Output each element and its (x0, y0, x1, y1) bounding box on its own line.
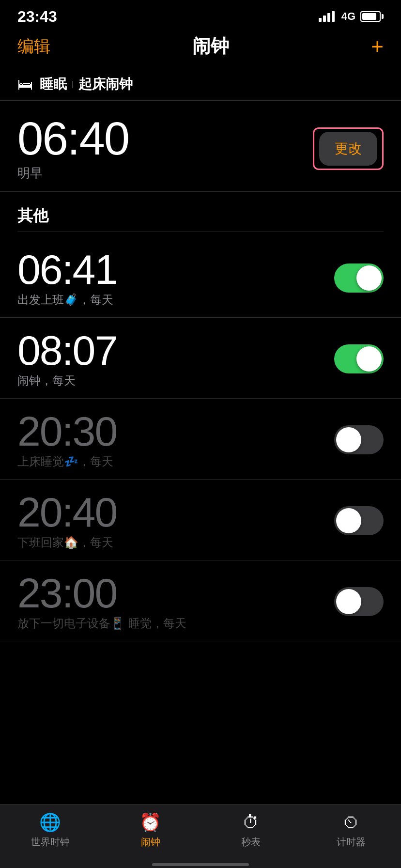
alarm-toggle[interactable] (334, 425, 384, 454)
tab-bar: 🌐 世界时钟 ⏰ 闹钟 ⏱ 秒表 ⏲ 计时器 (0, 804, 401, 863)
alarm-info: 08:07 闹钟，每天 (17, 329, 117, 388)
alarm-time: 20:30 (17, 410, 117, 452)
alarm-info: 23:00 放下一切电子设备📱 睡觉，每天 (17, 572, 186, 631)
alarm-toggle[interactable] (334, 506, 384, 535)
wakeup-label: 起床闹钟 (78, 75, 133, 93)
alarm-desc: 下班回家🏠，每天 (17, 535, 117, 550)
sleep-section-header: 🛏 睡眠 | 起床闹钟 (0, 66, 401, 101)
world-clock-icon: 🌐 (39, 812, 61, 833)
timer-label: 计时器 (337, 836, 366, 849)
alarm-row[interactable]: 23:00 放下一切电子设备📱 睡觉，每天 (0, 560, 401, 641)
signal-icon (319, 11, 335, 22)
sleep-alarm-time: 06:40 (17, 115, 129, 162)
stopwatch-label: 秒表 (241, 836, 261, 849)
alarm-desc: 放下一切电子设备📱 睡觉，每天 (17, 616, 186, 631)
tab-timer[interactable]: ⏲ 计时器 (322, 812, 380, 849)
status-bar: 23:43 4G (0, 0, 401, 29)
change-btn-highlight: 更改 (313, 127, 384, 170)
sleep-label: 睡眠 (40, 75, 67, 93)
alarm-toggle[interactable] (334, 344, 384, 373)
world-clock-label: 世界时钟 (31, 836, 70, 849)
alarm-row[interactable]: 08:07 闹钟，每天 (0, 318, 401, 399)
signal-4g-label: 4G (341, 10, 355, 23)
toggle-thumb (336, 508, 361, 533)
bed-icon: 🛏 (17, 76, 33, 93)
alarm-info: 20:30 上床睡觉💤，每天 (17, 410, 117, 469)
toggle-thumb (356, 265, 382, 291)
page-title: 闹钟 (192, 34, 229, 59)
home-bar (152, 863, 249, 866)
section-divider-line (17, 232, 384, 232)
alarm-icon: ⏰ (139, 812, 161, 833)
battery-icon (360, 11, 384, 22)
alarm-desc: 出发上班🧳，每天 (17, 292, 117, 308)
divider: | (72, 80, 74, 89)
toggle-thumb (336, 427, 361, 452)
edit-button[interactable]: 编辑 (17, 35, 50, 58)
alarm-desc: 上床睡觉💤，每天 (17, 454, 117, 469)
stopwatch-icon: ⏱ (242, 812, 260, 833)
alarm-tab-label: 闹钟 (141, 836, 160, 849)
timer-icon: ⏲ (342, 812, 360, 833)
tab-alarm[interactable]: ⏰ 闹钟 (122, 812, 180, 849)
alarm-info: 20:40 下班回家🏠，每天 (17, 491, 117, 550)
alarm-time: 06:41 (17, 248, 117, 290)
alarm-toggle[interactable] (334, 264, 384, 293)
toggle-thumb (356, 346, 382, 372)
alarm-desc: 闹钟，每天 (17, 373, 117, 388)
alarm-list: 06:41 出发上班🧳，每天 08:07 闹钟，每天 20:30 上床睡觉💤，每… (0, 237, 401, 641)
alarm-time: 20:40 (17, 491, 117, 533)
alarm-time: 08:07 (17, 329, 117, 371)
tab-stopwatch[interactable]: ⏱ 秒表 (222, 812, 280, 849)
nav-bar: 编辑 闹钟 + (0, 29, 401, 66)
change-button[interactable]: 更改 (319, 132, 377, 166)
alarm-info: 06:41 出发上班🧳，每天 (17, 248, 117, 308)
alarm-time: 23:00 (17, 572, 186, 614)
status-time: 23:43 (17, 8, 57, 26)
alarm-row[interactable]: 20:30 上床睡觉💤，每天 (0, 399, 401, 480)
alarm-row[interactable]: 20:40 下班回家🏠，每天 (0, 480, 401, 560)
alarm-row[interactable]: 06:41 出发上班🧳，每天 (0, 237, 401, 318)
status-icons: 4G (319, 10, 384, 23)
other-title: 其他 (17, 205, 384, 227)
sleep-alarm-row: 06:40 明早 更改 (0, 101, 401, 192)
alarm-toggle[interactable] (334, 587, 384, 616)
toggle-thumb (336, 589, 361, 614)
sleep-alarm-label: 明早 (17, 165, 129, 182)
home-indicator (0, 863, 401, 868)
add-alarm-button[interactable]: + (371, 36, 384, 57)
other-section-header: 其他 (0, 192, 401, 237)
tab-world-clock[interactable]: 🌐 世界时钟 (21, 812, 79, 849)
sleep-alarm-info: 06:40 明早 (17, 115, 129, 182)
